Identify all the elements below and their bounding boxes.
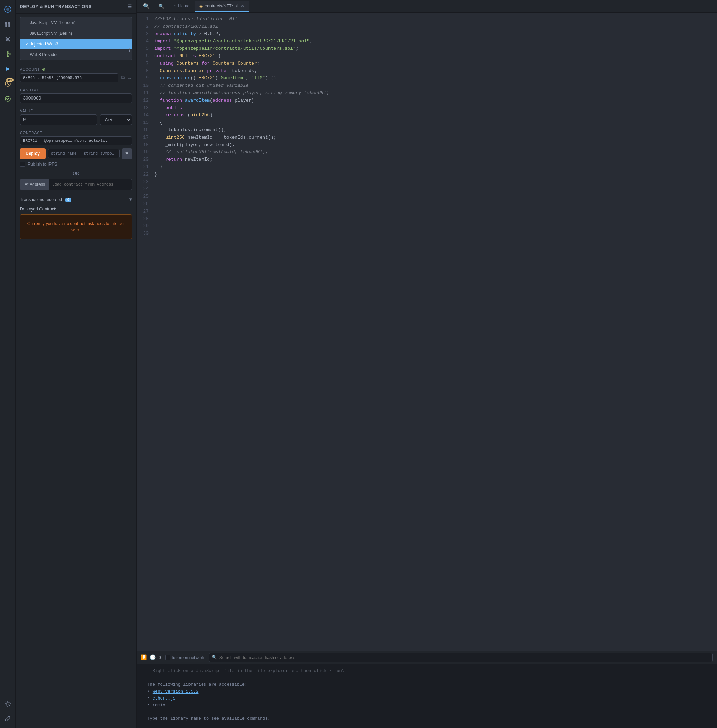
gas-limit-wrap xyxy=(16,93,136,106)
no-contracts-text: Currently you have no contract instances… xyxy=(26,220,126,233)
tab-home-label: Home xyxy=(178,3,189,9)
tx-count: 0 xyxy=(159,655,161,660)
code-editor[interactable]: 12345 678910 1112131415 1617181920 21222… xyxy=(136,13,717,650)
unit-select[interactable]: Wei Gwei Finney Ether xyxy=(100,114,132,125)
svg-rect-3 xyxy=(8,22,10,24)
terminal-line-6: • remix xyxy=(142,702,711,709)
terminal-line-8: Type the library name to see available c… xyxy=(142,716,711,722)
zoom-out-button[interactable]: 🔍 xyxy=(155,1,168,12)
svg-point-12 xyxy=(7,703,9,705)
search-bar: 🔍 xyxy=(209,653,713,662)
svg-rect-5 xyxy=(8,25,10,27)
at-address-input[interactable] xyxy=(49,179,131,190)
sidebar-item-files[interactable] xyxy=(2,18,14,31)
terminal-line-9 xyxy=(142,723,711,728)
gas-limit-label: GAS LIMIT xyxy=(16,85,136,93)
zoom-in-button[interactable]: 🔍 xyxy=(139,0,154,12)
listen-on-network-row: listen on network xyxy=(165,655,204,660)
svg-rect-2 xyxy=(5,22,8,24)
publish-row: Publish to IPFS xyxy=(16,162,136,169)
copy-address-icon[interactable]: ⧉ xyxy=(121,74,125,81)
account-row: 0x845...B1aB3 (999995.576 ⧉ ✏ xyxy=(16,73,136,85)
transactions-count-badge: 0 xyxy=(65,198,72,202)
panel-menu-icon[interactable]: ☰ xyxy=(127,3,132,9)
sidebar-item-wrench[interactable] xyxy=(2,712,14,725)
search-input[interactable] xyxy=(219,655,709,660)
transactions-chevron-icon: ▼ xyxy=(130,197,132,202)
listen-checkbox[interactable] xyxy=(165,655,170,660)
sidebar-item-home[interactable] xyxy=(2,3,14,16)
deploy-button[interactable]: Deploy xyxy=(20,148,46,159)
publish-label: Publish to IPFS xyxy=(28,162,57,167)
terminal-area: - Right click on a JavaScript file in th… xyxy=(136,664,717,728)
environment-dropdown-menu: JavaScript VM (London) JavaScript VM (Be… xyxy=(20,17,132,60)
terminal-line-7 xyxy=(142,709,711,716)
ethers-link[interactable]: ethers.js xyxy=(153,696,175,701)
svg-point-6 xyxy=(7,51,9,53)
tab-nft-label: contracts/NFT.sol xyxy=(205,3,238,9)
gas-limit-input[interactable] xyxy=(20,93,132,104)
at-address-row: At Address xyxy=(20,179,132,190)
main-area: 🔍 🔍 ⌂ Home ◈ contracts/NFT.sol ✕ 12345 6… xyxy=(136,0,717,728)
code-content: //SPDX-License-Identifier: MIT // contra… xyxy=(154,16,717,648)
value-row: Wei Gwei Finney Ether xyxy=(16,114,136,128)
deploy-dropdown-arrow[interactable]: ▼ xyxy=(122,148,132,159)
svg-rect-4 xyxy=(5,25,8,27)
sidebar: 104 xyxy=(0,0,16,728)
terminal-line-5: • ethers.js xyxy=(142,695,711,702)
file-icon: ◈ xyxy=(200,3,203,9)
tab-bar: 🔍 🔍 ⌂ Home ◈ contracts/NFT.sol ✕ xyxy=(136,0,717,13)
terminal-line-1: - Right click on a JavaScript file in th… xyxy=(142,668,711,675)
deploy-params: string name_, string symbol_ xyxy=(47,149,120,158)
panel-header: DEPLOY & RUN TRANSACTIONS ☰ xyxy=(16,0,136,14)
env-web3-provider[interactable]: Web3 Provider xyxy=(20,49,131,60)
env-javascript-london[interactable]: JavaScript VM (London) xyxy=(20,17,131,28)
env-injected-web3[interactable]: ✓ Injected Web3 xyxy=(20,39,131,49)
value-label: VALUE xyxy=(16,106,136,114)
contract-select[interactable]: ERC721 - @openzeppelin/contracts/to: xyxy=(20,136,132,145)
no-contracts-box: Currently you have no contract instances… xyxy=(20,214,132,239)
sidebar-item-debug[interactable]: 104 xyxy=(2,78,14,90)
left-panel: DEPLOY & RUN TRANSACTIONS ☰ JavaScript V… xyxy=(16,0,136,728)
terminal-line-4: • web3 version 1.5.2 xyxy=(142,688,711,695)
bottom-icons: ⏬ 🕐 0 xyxy=(141,655,161,661)
clock-icon[interactable]: 🕐 xyxy=(150,655,156,661)
account-plus-icon[interactable]: ⊕ xyxy=(42,67,46,72)
contract-label: CONTRACT xyxy=(16,128,136,136)
terminal-line-2 xyxy=(142,675,711,681)
account-select[interactable]: 0x845...B1aB3 (999995.576 xyxy=(20,73,118,82)
home-tab-icon: ⌂ xyxy=(174,3,176,9)
sidebar-item-settings-bottom[interactable] xyxy=(2,697,14,710)
tab-close-icon[interactable]: ✕ xyxy=(240,3,245,9)
tab-home[interactable]: ⌂ Home xyxy=(169,1,194,12)
at-address-button[interactable]: At Address xyxy=(20,179,49,190)
bottom-status-bar: ⏬ 🕐 0 listen on network 🔍 xyxy=(136,650,717,664)
publish-checkbox[interactable] xyxy=(20,162,25,167)
search-icon: 🔍 xyxy=(212,655,217,660)
sidebar-item-git[interactable] xyxy=(2,47,14,60)
deploy-row: Deploy string name_, string symbol_ ▼ xyxy=(16,148,136,162)
tab-nft-sol[interactable]: ◈ contracts/NFT.sol ✕ xyxy=(195,1,249,12)
sidebar-item-verify[interactable] xyxy=(2,92,14,105)
scroll-to-bottom-icon[interactable]: ⏬ xyxy=(141,655,147,661)
environment-dropdown-area: JavaScript VM (London) JavaScript VM (Be… xyxy=(20,17,132,60)
svg-point-7 xyxy=(7,55,9,57)
listen-label: listen on network xyxy=(172,655,204,660)
terminal-line-3: The following libraries are accessible: xyxy=(142,681,711,688)
deployed-contracts-title: Deployed Contracts xyxy=(16,205,136,214)
svg-marker-9 xyxy=(6,67,10,71)
sidebar-item-deploy[interactable] xyxy=(2,63,14,75)
svg-point-1 xyxy=(6,8,9,11)
sidebar-item-search[interactable] xyxy=(2,33,14,46)
transactions-title: Transactions recorded 0 xyxy=(20,197,72,202)
line-numbers: 12345 678910 1112131415 1617181920 21222… xyxy=(136,16,154,648)
account-label: ACCOUNT ⊕ xyxy=(16,64,136,73)
edit-address-icon[interactable]: ✏ xyxy=(128,74,132,82)
transactions-header[interactable]: Transactions recorded 0 ▼ xyxy=(16,194,136,205)
debug-badge: 104 xyxy=(6,78,13,82)
environment-info-icon[interactable]: ℹ xyxy=(129,47,130,54)
value-input[interactable] xyxy=(20,114,97,125)
env-javascript-berlin[interactable]: JavaScript VM (Berlin) xyxy=(20,28,131,39)
web3-link[interactable]: web3 version 1.5.2 xyxy=(153,689,199,694)
panel-title: DEPLOY & RUN TRANSACTIONS xyxy=(20,4,92,9)
